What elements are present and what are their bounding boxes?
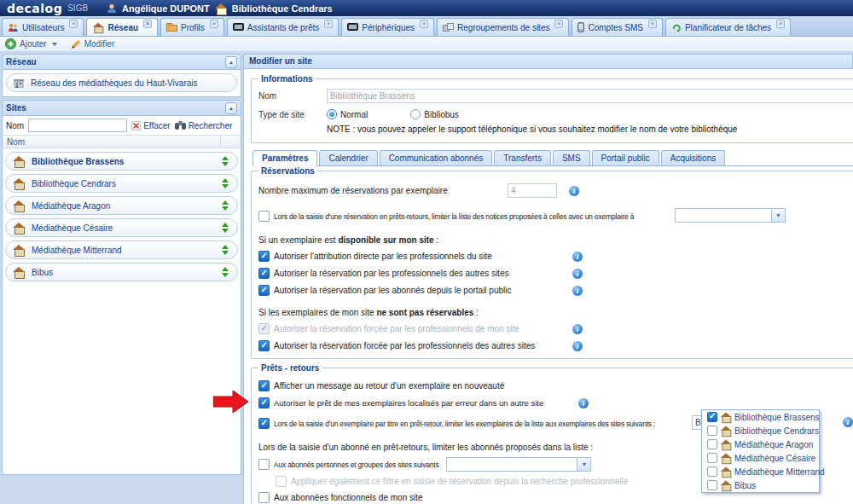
close-icon[interactable] <box>648 20 657 28</box>
site-settings-tabs: Paramètres Calendrier Communication abon… <box>252 149 853 166</box>
tab-comptes-sms[interactable]: Comptes SMS <box>572 18 662 36</box>
dropdown-item-cendrars[interactable]: Bibliothèque Cendrars <box>702 424 819 437</box>
collapse-icon[interactable] <box>225 102 237 114</box>
site-row-mitterrand[interactable]: Médiathèque Mitterrand <box>5 240 238 259</box>
move-up-down-icon[interactable] <box>222 223 229 233</box>
info-icon[interactable] <box>569 186 579 196</box>
item-checkbox[interactable] <box>707 453 717 463</box>
move-up-down-icon[interactable] <box>222 178 229 188</box>
dropdown-item-mitterrand[interactable]: Médiathèque Mitterrand <box>702 465 819 478</box>
app-header: decalog SIGB Angélique DUPONT Bibliothèq… <box>0 0 853 16</box>
clear-button[interactable]: Effacer <box>131 121 171 130</box>
add-button[interactable]: Ajouter <box>5 38 57 49</box>
tab-sms[interactable]: SMS <box>553 150 590 165</box>
radio-normal[interactable] <box>327 109 337 119</box>
home-icon <box>721 426 732 436</box>
abonnes-personnes-groupes-checkbox[interactable] <box>258 459 270 470</box>
site-name: Médiathèque Mitterrand <box>32 246 215 255</box>
radio-bibliobus[interactable] <box>410 109 421 119</box>
search-label: Rechercher <box>189 121 233 130</box>
dropdown-item-brassens[interactable]: Bibliothèque Brassens <box>702 410 819 424</box>
search-button[interactable]: Rechercher <box>175 121 233 130</box>
tab-assistants-de-prets[interactable]: Assistants de prêts <box>227 18 339 36</box>
modify-button[interactable]: Modifier <box>71 39 115 49</box>
close-icon[interactable] <box>420 20 428 28</box>
close-icon[interactable] <box>324 20 333 28</box>
item-checkbox[interactable] <box>707 412 717 422</box>
network-item[interactable]: Réseau des médiathèques du Haut-Vivarais <box>6 73 237 92</box>
tab-utilisateurs[interactable]: Utilisateurs <box>2 18 84 36</box>
home-icon <box>215 3 227 14</box>
item-label: Médiathèque Césaire <box>734 454 815 463</box>
move-up-down-icon[interactable] <box>222 200 229 211</box>
tab-peripheriques[interactable]: Périphériques <box>341 18 434 36</box>
chevron-down-icon[interactable] <box>771 209 785 222</box>
option-row: Autoriser la réservation par les abonnés… <box>258 285 853 296</box>
note-text: NOTE : vous pouvez appeler le support té… <box>327 125 853 134</box>
attribution-directe-checkbox[interactable] <box>258 251 270 262</box>
site-row-brassens[interactable]: Bibliothèque Brassens <box>5 152 238 171</box>
max-reservations-label: Nombre maximum de réservations par exemp… <box>258 186 508 195</box>
abonnes-fonctionnels-checkbox[interactable] <box>258 492 270 503</box>
option-row: Autoriser la réservation forcée par les … <box>258 323 853 334</box>
message-nouveaute-checkbox[interactable] <box>258 380 270 391</box>
item-checkbox[interactable] <box>707 466 717 477</box>
limit-notices-checkbox[interactable] <box>258 211 270 222</box>
option-label: Autoriser la réservation par les abonnés… <box>274 286 568 295</box>
close-icon[interactable] <box>69 20 78 28</box>
dropdown-item-aragon[interactable]: Médiathèque Aragon <box>702 437 819 451</box>
move-up-down-icon[interactable] <box>222 245 229 255</box>
item-checkbox[interactable] <box>707 426 717 436</box>
close-icon[interactable] <box>210 20 218 28</box>
move-up-down-icon[interactable] <box>222 267 229 277</box>
option-row: Aux abonnées fonctionnels de mon site <box>258 492 853 503</box>
chevron-down-icon[interactable] <box>577 458 590 471</box>
reservation-autres-sites-checkbox[interactable] <box>258 268 270 279</box>
dropdown-item-cesaire[interactable]: Médiathèque Césaire <box>702 451 819 465</box>
collapse-icon[interactable] <box>225 56 237 68</box>
clear-icon <box>131 121 141 130</box>
pret-localises-erreur-checkbox[interactable] <box>258 397 270 408</box>
home-icon <box>13 267 25 277</box>
close-icon[interactable] <box>143 20 152 28</box>
info-icon[interactable] <box>578 398 589 408</box>
tab-calendrier[interactable]: Calendrier <box>319 150 377 165</box>
site-name: Bibliothèque Cendrars <box>32 179 215 188</box>
tab-regroupements-de-sites[interactable]: Regroupements de sites <box>437 18 569 36</box>
tab-label: Profils <box>181 23 205 32</box>
tab-parametres[interactable]: Paramètres <box>252 150 317 166</box>
reservation-portail-checkbox[interactable] <box>258 285 270 296</box>
site-row-cesaire[interactable]: Médiathèque Césaire <box>5 218 238 237</box>
close-icon[interactable] <box>776 20 785 28</box>
site-search-input[interactable] <box>28 119 127 132</box>
item-checkbox[interactable] <box>707 439 717 449</box>
info-icon[interactable] <box>572 252 583 262</box>
dropdown-item-bibus[interactable]: Bibus <box>702 478 819 492</box>
limit-exemplaires-sites-checkbox[interactable] <box>258 418 270 429</box>
site-row-cendrars[interactable]: Bibliothèque Cendrars <box>5 174 238 193</box>
info-icon[interactable] <box>572 286 583 296</box>
tab-transferts[interactable]: Transferts <box>494 150 551 165</box>
tab-communication-abonnes[interactable]: Communication abonnés <box>380 150 493 165</box>
tab-portail-public[interactable]: Portail public <box>592 150 659 165</box>
info-icon[interactable] <box>572 341 583 351</box>
chevron-down-icon <box>52 43 57 46</box>
option-label: Autoriser la réservation forcée par les … <box>274 324 568 333</box>
tab-acquisitions[interactable]: Acquisitions <box>661 150 725 165</box>
sidebar: Réseau Réseau des médiathèques du Haut-V… <box>2 54 241 502</box>
info-icon[interactable] <box>572 269 583 279</box>
sites-column-header[interactable]: Nom <box>2 135 241 148</box>
item-checkbox[interactable] <box>707 480 717 490</box>
reservation-forcee-autres-sites-checkbox[interactable] <box>258 340 270 351</box>
info-icon[interactable] <box>572 324 583 334</box>
tab-planificateur-de-taches[interactable]: Planificateur de tâches <box>665 18 791 36</box>
move-up-down-icon[interactable] <box>222 156 229 166</box>
tab-reseau[interactable]: Réseau <box>86 18 158 36</box>
site-row-bibus[interactable]: Bibus <box>5 263 238 281</box>
tab-profils[interactable]: Profils <box>160 18 224 36</box>
current-user: Angélique DUPONT <box>122 3 210 14</box>
site-row-aragon[interactable]: Médiathèque Aragon <box>5 196 238 215</box>
site-name: Bibliothèque Brassens <box>32 157 215 166</box>
info-icon[interactable] <box>843 417 853 427</box>
close-icon[interactable] <box>554 20 563 28</box>
